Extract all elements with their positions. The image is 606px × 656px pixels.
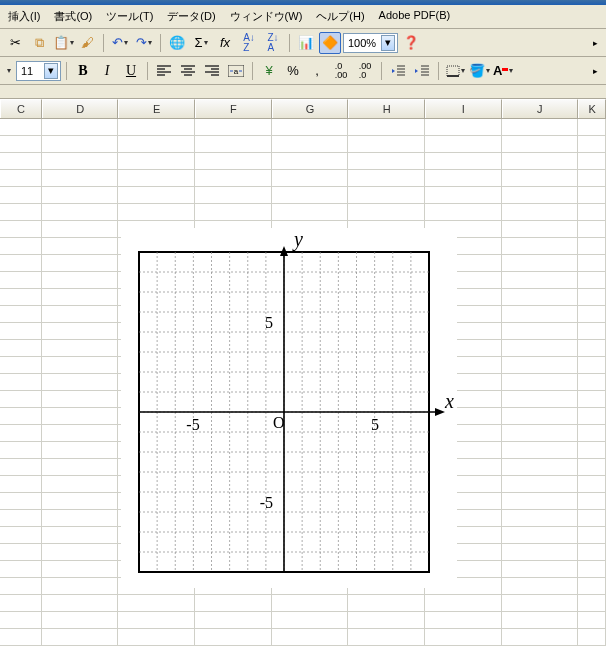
cell[interactable] — [578, 595, 606, 612]
cell[interactable] — [272, 187, 349, 204]
cell[interactable] — [0, 153, 42, 170]
cell[interactable] — [502, 561, 579, 578]
cell[interactable] — [502, 153, 579, 170]
cell[interactable] — [348, 612, 425, 629]
cell[interactable] — [502, 578, 579, 595]
cell[interactable] — [502, 544, 579, 561]
cell[interactable] — [42, 578, 119, 595]
percent-button[interactable]: % — [282, 60, 304, 82]
italic-button[interactable]: I — [96, 60, 118, 82]
cell[interactable] — [42, 221, 119, 238]
cell[interactable] — [348, 119, 425, 136]
cell[interactable] — [0, 357, 42, 374]
column-header[interactable]: F — [195, 99, 272, 118]
cell[interactable] — [425, 136, 502, 153]
cell[interactable] — [272, 595, 349, 612]
cell[interactable] — [42, 136, 119, 153]
cell[interactable] — [0, 408, 42, 425]
cell[interactable] — [42, 595, 119, 612]
function-button[interactable]: fx — [214, 32, 236, 54]
cell[interactable] — [502, 170, 579, 187]
cell[interactable] — [42, 425, 119, 442]
decrease-indent-button[interactable] — [387, 60, 409, 82]
cell[interactable] — [578, 544, 606, 561]
cell[interactable] — [118, 187, 195, 204]
cell[interactable] — [42, 408, 119, 425]
cell[interactable] — [42, 493, 119, 510]
cell[interactable] — [578, 221, 606, 238]
cell[interactable] — [425, 629, 502, 646]
cell[interactable] — [118, 595, 195, 612]
chevron-down-icon[interactable]: ▾ — [44, 63, 58, 79]
cell[interactable] — [0, 340, 42, 357]
cell[interactable] — [578, 476, 606, 493]
chevron-down-icon[interactable]: ▾ — [7, 66, 11, 75]
cell[interactable] — [272, 136, 349, 153]
cell[interactable] — [578, 136, 606, 153]
cell[interactable] — [0, 323, 42, 340]
cell[interactable] — [578, 391, 606, 408]
cell[interactable] — [502, 595, 579, 612]
cell[interactable] — [42, 459, 119, 476]
cell[interactable] — [272, 204, 349, 221]
cell[interactable] — [42, 391, 119, 408]
cell[interactable] — [0, 187, 42, 204]
cell[interactable] — [42, 187, 119, 204]
decrease-decimal-button[interactable]: .00.0 — [354, 60, 376, 82]
cell[interactable] — [272, 629, 349, 646]
zoom-combo[interactable]: 100% ▾ — [343, 33, 398, 53]
chevron-down-icon[interactable]: ▾ — [381, 35, 395, 51]
underline-button[interactable]: U — [120, 60, 142, 82]
cell[interactable] — [502, 408, 579, 425]
cell[interactable] — [348, 170, 425, 187]
cell[interactable] — [0, 595, 42, 612]
cell[interactable] — [578, 272, 606, 289]
cell[interactable] — [502, 612, 579, 629]
toolbar-overflow[interactable]: ▸ — [589, 66, 602, 76]
cell[interactable] — [578, 153, 606, 170]
cell[interactable] — [578, 561, 606, 578]
cell[interactable] — [578, 255, 606, 272]
cell[interactable] — [42, 119, 119, 136]
cell[interactable] — [425, 119, 502, 136]
cell[interactable] — [42, 612, 119, 629]
hyperlink-button[interactable]: 🌐 — [166, 32, 188, 54]
cell[interactable] — [0, 289, 42, 306]
autosum-button[interactable]: Σ▾ — [190, 32, 212, 54]
cell[interactable] — [0, 119, 42, 136]
cell[interactable] — [502, 204, 579, 221]
cell[interactable] — [502, 374, 579, 391]
cell[interactable] — [502, 323, 579, 340]
cell[interactable] — [578, 289, 606, 306]
cell[interactable] — [0, 612, 42, 629]
cell[interactable] — [195, 595, 272, 612]
cell[interactable] — [502, 476, 579, 493]
cell[interactable] — [502, 255, 579, 272]
cell[interactable] — [348, 629, 425, 646]
cell[interactable] — [42, 629, 119, 646]
cell[interactable] — [42, 204, 119, 221]
cell[interactable] — [502, 493, 579, 510]
cell[interactable] — [578, 493, 606, 510]
cell[interactable] — [578, 629, 606, 646]
cell[interactable] — [272, 153, 349, 170]
sort-asc-button[interactable]: A↓Z — [238, 32, 260, 54]
cell[interactable] — [0, 221, 42, 238]
cut-button[interactable]: ✂ — [4, 32, 26, 54]
cell[interactable] — [0, 493, 42, 510]
cell[interactable] — [0, 527, 42, 544]
cell[interactable] — [42, 289, 119, 306]
cell[interactable] — [118, 153, 195, 170]
worksheet-grid[interactable]: y x O -5 5 5 -5 — [0, 119, 606, 646]
cell[interactable] — [272, 119, 349, 136]
cell[interactable] — [42, 544, 119, 561]
cell[interactable] — [195, 629, 272, 646]
cell[interactable] — [118, 170, 195, 187]
cell[interactable] — [0, 578, 42, 595]
cell[interactable] — [425, 595, 502, 612]
cell[interactable] — [502, 221, 579, 238]
cell[interactable] — [42, 153, 119, 170]
cell[interactable] — [425, 187, 502, 204]
cell[interactable] — [578, 323, 606, 340]
cell[interactable] — [502, 238, 579, 255]
